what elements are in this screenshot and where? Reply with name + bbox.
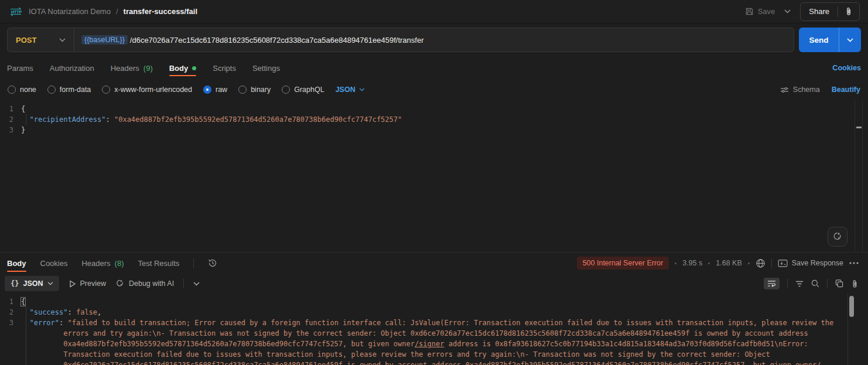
- response-tab-cookies[interactable]: Cookies: [40, 253, 68, 274]
- status-badge[interactable]: 500 Internal Server Error: [577, 257, 669, 270]
- code-line[interactable]: "success": false,: [21, 307, 868, 318]
- tab-settings-label: Settings: [252, 64, 280, 73]
- indent-guide: [26, 307, 26, 365]
- share-button[interactable]: Share: [801, 7, 838, 16]
- response-tab-headers[interactable]: Headers (8): [81, 253, 124, 274]
- response-headers-count-badge: (8): [115, 259, 124, 268]
- code-line-row: 2 "recipientAddress": "0xa4ed887bf2efb39…: [0, 114, 868, 125]
- code-line[interactable]: {: [21, 104, 868, 114]
- radio-x-www-form-urlencoded[interactable]: x-www-form-urlencoded: [102, 86, 192, 94]
- send-button[interactable]: Send: [799, 28, 839, 52]
- send-options-chevron-icon[interactable]: [839, 28, 861, 52]
- response-editor-scrollbar[interactable]: [848, 294, 854, 365]
- share-button-group: Share: [800, 2, 860, 21]
- search-icon[interactable]: [811, 279, 819, 288]
- schema-button[interactable]: Schema: [780, 86, 820, 94]
- tab-authorization-label: Authorization: [50, 64, 94, 73]
- url-variable-chip[interactable]: {{baseURL}}: [81, 35, 128, 45]
- breadcrumb-request-name[interactable]: transfer-success/fail: [124, 7, 197, 16]
- postbot-ai-button[interactable]: [828, 227, 848, 247]
- save-response-button[interactable]: Save Response: [778, 259, 843, 267]
- response-header: Body Cookies Headers (8) Test Results 50…: [0, 252, 868, 274]
- divider: [771, 258, 772, 268]
- cookies-link[interactable]: Cookies: [832, 64, 861, 72]
- request-editor-scrollbar[interactable]: [855, 100, 863, 252]
- save-response-icon: [778, 260, 788, 267]
- radio-none[interactable]: none: [8, 86, 36, 94]
- response-tab-test-results[interactable]: Test Results: [138, 253, 180, 274]
- radio-graphql[interactable]: GraphQL: [282, 86, 324, 94]
- url-container: POST {{baseURL}} /d6ce7026a77ec15dc6178d…: [7, 28, 794, 52]
- breadcrumb: HTTP IOTA Notarization Demo / transfer-s…: [8, 6, 197, 17]
- url-input[interactable]: {{baseURL}} /d6ce7026a77ec15dc6178d81623…: [74, 35, 430, 45]
- tab-headers[interactable]: Headers (9): [111, 56, 153, 80]
- method-select[interactable]: POST: [8, 28, 74, 52]
- tab-scripts[interactable]: Scripts: [213, 56, 236, 80]
- code-line[interactable]: "error": "failed to build transaction; E…: [21, 318, 868, 365]
- response-format-select[interactable]: {} JSON: [5, 276, 59, 291]
- line-number: 3: [0, 125, 21, 135]
- format-chevron-icon: [47, 282, 53, 285]
- line-number: 1: [0, 296, 21, 307]
- code-line[interactable]: {: [21, 296, 868, 307]
- radio-circle-selected-icon: [203, 86, 211, 94]
- response-size[interactable]: 1.68 KB: [716, 259, 741, 267]
- response-history-icon[interactable]: [208, 258, 217, 268]
- response-body-editor[interactable]: 1{2 "success": false,3 "error": "failed …: [0, 294, 868, 365]
- preview-button[interactable]: Preview: [69, 279, 106, 288]
- schema-label: Schema: [793, 86, 820, 94]
- raw-language-label: JSON: [336, 86, 356, 94]
- method-chevron-icon: [59, 38, 66, 42]
- globe-icon[interactable]: [756, 258, 766, 268]
- breadcrumb-collection[interactable]: IOTA Notarization Demo: [29, 7, 111, 16]
- code-line[interactable]: "recipientAddress": "0xa4ed887bf2efb395b…: [21, 114, 868, 125]
- braces-icon: {}: [11, 279, 19, 288]
- request-body-editor[interactable]: 1{2 "recipientAddress": "0xa4ed887bf2efb…: [0, 100, 868, 252]
- response-time[interactable]: 3.95 s: [682, 259, 702, 267]
- raw-language-select[interactable]: JSON: [336, 86, 365, 94]
- http-request-icon: HTTP: [8, 6, 23, 17]
- dot-separator: [675, 262, 676, 264]
- code-line-row: 3 "error": "failed to build transaction;…: [0, 318, 868, 365]
- svg-text:HTTP: HTTP: [11, 9, 22, 13]
- url-path-text: /d6ce7026a77ec15dc6178d816235c5608f72cd3…: [130, 36, 424, 45]
- beautify-link[interactable]: Beautify: [832, 86, 860, 94]
- radio-binary[interactable]: binary: [238, 86, 271, 94]
- scrollbar-thumb[interactable]: [849, 296, 854, 317]
- tab-settings[interactable]: Settings: [252, 56, 280, 80]
- response-tab-body[interactable]: Body: [7, 253, 26, 274]
- word-wrap-toggle-icon[interactable]: [764, 278, 780, 289]
- filter-icon[interactable]: [795, 281, 804, 287]
- divider: [787, 279, 788, 288]
- radio-raw-label: raw: [216, 86, 227, 94]
- radio-circle-icon: [47, 86, 56, 94]
- debug-with-ai-label: Debug with AI: [129, 279, 174, 288]
- divider: [827, 279, 828, 288]
- response-toolbar: {} JSON Preview Debug with AI: [0, 274, 868, 294]
- response-tab-test-results-label: Test Results: [138, 259, 180, 268]
- radio-graphql-label: GraphQL: [294, 86, 324, 94]
- tab-authorization[interactable]: Authorization: [50, 56, 94, 80]
- copy-icon[interactable]: [835, 279, 843, 288]
- save-button[interactable]: Save: [745, 7, 775, 16]
- body-type-options-row: none form-data x-www-form-urlencoded raw…: [0, 80, 868, 100]
- divider: [183, 279, 184, 288]
- copy-link-icon[interactable]: [851, 279, 859, 288]
- copy-link-icon[interactable]: [838, 7, 859, 16]
- radio-raw[interactable]: raw: [203, 86, 227, 94]
- dot-separator: [748, 262, 750, 264]
- tab-scripts-label: Scripts: [213, 64, 236, 73]
- more-options-icon[interactable]: [849, 262, 859, 264]
- line-number: 3: [0, 318, 21, 365]
- headers-count-badge: (9): [143, 64, 153, 73]
- tab-body[interactable]: Body: [169, 56, 197, 80]
- radio-form-data[interactable]: form-data: [47, 86, 91, 94]
- response-actions-chevron-icon[interactable]: [193, 282, 200, 286]
- code-line[interactable]: }: [21, 125, 868, 135]
- debug-with-ai-button[interactable]: Debug with AI: [115, 279, 174, 288]
- tab-params[interactable]: Params: [7, 56, 33, 80]
- save-options-chevron-icon[interactable]: [782, 7, 793, 16]
- radio-circle-icon: [8, 86, 16, 94]
- body-modified-dot-icon: [192, 66, 196, 70]
- request-tabs-row: Params Authorization Headers (9) Body Sc…: [0, 56, 868, 80]
